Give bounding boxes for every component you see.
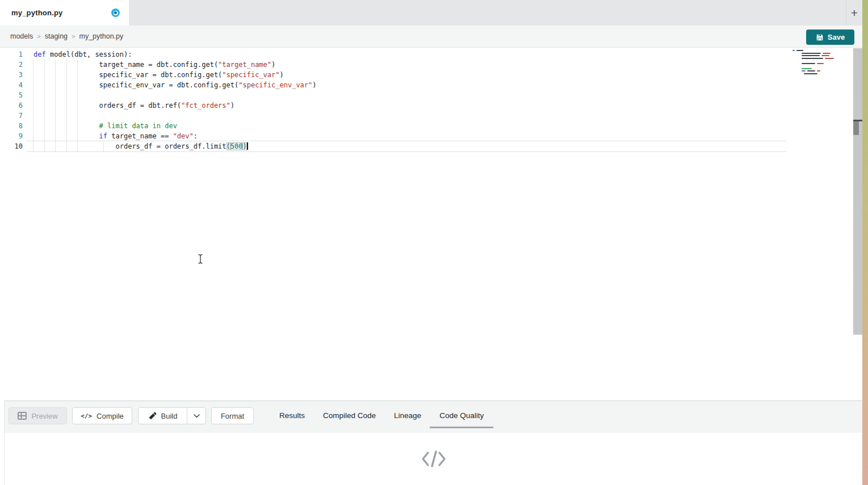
save-button[interactable]: Save xyxy=(806,29,854,45)
tab-compiled-code[interactable]: Compiled Code xyxy=(323,410,376,421)
minimap-line xyxy=(792,55,854,56)
minimap-line xyxy=(792,60,854,61)
breadcrumb-file[interactable]: my_python.py xyxy=(79,32,123,40)
minimap-line xyxy=(792,53,854,54)
breadcrumb-bar: models > staging > my_python.py Save xyxy=(0,26,862,48)
minimap-line xyxy=(792,50,854,51)
minimap-line xyxy=(792,58,854,59)
minimap-line xyxy=(792,63,854,64)
preview-button-label: Preview xyxy=(31,412,57,420)
file-tab-bar: my_python.py + xyxy=(0,0,862,26)
breadcrumb-staging[interactable]: staging xyxy=(45,32,68,40)
unsaved-changes-icon xyxy=(111,9,120,17)
file-tab-label: my_python.py xyxy=(11,9,63,17)
line-number: 5 xyxy=(0,90,23,100)
table-grid-icon xyxy=(18,412,27,420)
breadcrumb-models[interactable]: models xyxy=(10,32,33,40)
build-button-label: Build xyxy=(161,412,178,420)
code-editor[interactable]: 1def model(dbt, session):2 target_name =… xyxy=(0,48,862,400)
code-slash-icon xyxy=(421,448,447,470)
line-number: 8 xyxy=(0,121,23,131)
preview-button[interactable]: Preview xyxy=(9,407,67,424)
format-button-label: Format xyxy=(221,412,244,420)
code-text: def model(dbt, session): xyxy=(23,49,132,60)
code-lines[interactable]: 1def model(dbt, session):2 target_name =… xyxy=(0,49,789,151)
line-number: 3 xyxy=(0,70,23,80)
line-number: 4 xyxy=(0,80,23,90)
line-number: 9 xyxy=(0,131,23,141)
code-line-7[interactable]: 7 xyxy=(0,111,789,121)
unsaved-dot-core xyxy=(114,11,117,14)
chevron-right-icon: > xyxy=(37,33,40,40)
code-brackets-icon: </> xyxy=(81,412,92,420)
chevron-right-icon: > xyxy=(72,33,75,40)
code-text: target_name = dbt.config.get("target_nam… xyxy=(23,60,275,70)
tab-lineage[interactable]: Lineage xyxy=(394,410,421,421)
tab-code-quality[interactable]: Code Quality xyxy=(439,410,484,421)
code-text: orders_df = dbt.ref("fct_orders") xyxy=(23,100,234,111)
code-line-2[interactable]: 2 target_name = dbt.config.get("target_n… xyxy=(0,60,789,70)
code-text: if target_name == "dev": xyxy=(23,131,198,141)
code-line-5[interactable]: 5 xyxy=(0,90,789,100)
scrollbar-handle[interactable] xyxy=(853,121,859,135)
code-quality-panel xyxy=(5,433,862,485)
code-line-9[interactable]: 9 if target_name == "dev": xyxy=(0,131,789,141)
ide-window: my_python.py + models > staging > my_pyt… xyxy=(0,0,862,485)
build-button[interactable]: Build xyxy=(138,407,187,424)
code-line-3[interactable]: 3 specific_var = dbt.config.get("specifi… xyxy=(0,70,789,80)
minimap[interactable] xyxy=(792,50,854,75)
desktop-background-strip xyxy=(862,0,868,485)
code-line-4[interactable]: 4 specific_env_var = dbt.config.get("spe… xyxy=(0,80,789,90)
minimap-line xyxy=(792,73,854,74)
code-line-1[interactable]: 1def model(dbt, session): xyxy=(0,49,789,60)
vertical-scrollbar[interactable] xyxy=(853,48,862,335)
new-tab-button[interactable]: + xyxy=(846,0,862,26)
bottom-toolbar: Preview </> Compile Build Format Results… xyxy=(5,400,862,433)
compile-button[interactable]: </> Compile xyxy=(72,407,132,424)
code-text: specific_env_var = dbt.config.get("speci… xyxy=(23,80,317,90)
result-tab-strip: ResultsCompiled CodeLineageCode Quality xyxy=(279,410,484,421)
format-button[interactable]: Format xyxy=(211,407,254,424)
code-text: specific_var = dbt.config.get("specific_… xyxy=(23,70,284,80)
code-text: # limit data in dev xyxy=(23,121,177,131)
code-text: orders_df = orders_df.limit(500) xyxy=(23,141,248,151)
code-line-6[interactable]: 6 orders_df = dbt.ref("fct_orders") xyxy=(0,100,789,111)
minimap-line xyxy=(792,65,854,66)
save-button-label: Save xyxy=(828,33,845,41)
save-floppy-icon xyxy=(816,33,824,41)
file-tab-my-python[interactable]: my_python.py xyxy=(0,0,129,26)
chevron-down-icon xyxy=(194,414,200,418)
tab-results[interactable]: Results xyxy=(279,410,305,421)
code-text xyxy=(23,111,33,121)
code-line-8[interactable]: 8 # limit data in dev xyxy=(0,121,789,131)
minimap-line xyxy=(792,70,854,71)
compile-button-label: Compile xyxy=(97,412,124,420)
hammer-icon xyxy=(148,412,157,420)
line-number: 6 xyxy=(0,100,23,111)
code-line-10[interactable]: 10 orders_df = orders_df.limit(500) xyxy=(0,141,789,151)
line-number: 2 xyxy=(0,60,23,70)
line-number: 7 xyxy=(0,111,23,121)
mouse-cursor-ibeam xyxy=(197,254,204,264)
minimap-line xyxy=(792,68,854,69)
code-text xyxy=(23,90,33,100)
line-number: 1 xyxy=(0,49,23,60)
build-options-dropdown-button[interactable] xyxy=(187,407,206,424)
line-number: 10 xyxy=(0,141,23,151)
